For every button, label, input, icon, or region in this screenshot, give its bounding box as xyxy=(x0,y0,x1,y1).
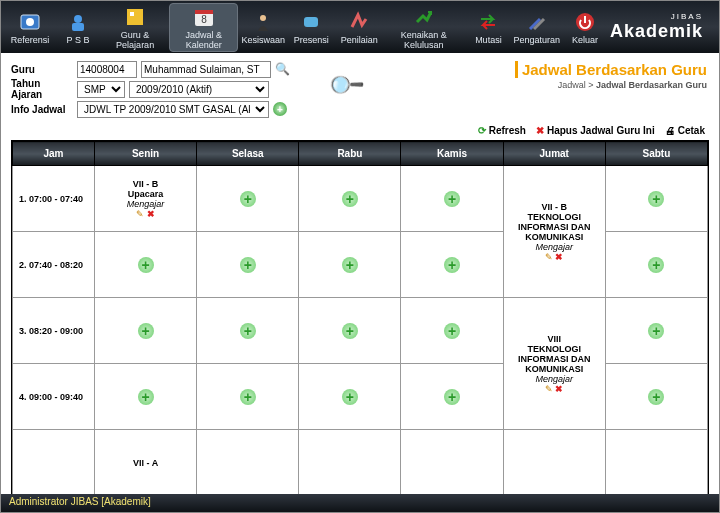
schedule-cell: + xyxy=(299,364,401,430)
schedule-cell: + xyxy=(605,232,707,298)
add-icon[interactable]: + xyxy=(138,323,154,339)
add-icon[interactable]: + xyxy=(342,389,358,405)
svg-rect-3 xyxy=(72,23,84,31)
schedule-cell xyxy=(299,430,401,496)
nav-keluar[interactable]: Keluar xyxy=(562,8,608,47)
input-guru-id[interactable] xyxy=(77,61,137,78)
input-guru-name[interactable] xyxy=(141,61,271,78)
edit-icon[interactable]: ✎ xyxy=(545,252,553,262)
schedule-cell: + xyxy=(605,166,707,232)
add-icon[interactable]: + xyxy=(240,257,256,273)
schedule-cell: + xyxy=(299,298,401,364)
nav-guru-pelajaran[interactable]: Guru & Pelajaran xyxy=(103,3,167,52)
select-year[interactable]: 2009/2010 (Aktif) xyxy=(129,81,269,98)
schedule-cell: + xyxy=(401,364,503,430)
add-icon[interactable]: + xyxy=(444,257,460,273)
table-row: 3. 08:20 - 09:00++++VIIITEKNOLOGI INFORM… xyxy=(13,298,708,364)
filter-panel: Guru 🔍 Tahun Ajaran SMP 2009/2010 (Aktif… xyxy=(1,53,719,123)
breadcrumb: Jadwal > Jadwal Berdasarkan Guru xyxy=(515,80,707,90)
svg-rect-12 xyxy=(584,16,586,23)
status-bar: Administrator JIBAS [Akademik] xyxy=(1,494,719,512)
time-cell: 1. 07:00 - 07:40 xyxy=(13,166,95,232)
add-icon[interactable]: + xyxy=(444,191,460,207)
add-icon[interactable]: + xyxy=(138,389,154,405)
schedule-cell: + xyxy=(605,298,707,364)
label-tahun: Tahun Ajaran xyxy=(11,78,73,100)
nav-kenaikan-kelulusan[interactable]: Kenaikan & Kelulusan xyxy=(384,3,463,52)
nav-pengaturan[interactable]: Pengaturan xyxy=(513,8,560,47)
nav-referensi[interactable]: Referensi xyxy=(7,8,53,47)
schedule-cell: + xyxy=(401,232,503,298)
label-info: Info Jadwal xyxy=(11,104,73,115)
schedule-cell: + xyxy=(401,166,503,232)
edit-icon[interactable]: ✎ xyxy=(545,384,553,394)
schedule-cell xyxy=(503,430,605,496)
svg-point-9 xyxy=(260,15,266,21)
label-guru: Guru xyxy=(11,64,73,75)
schedule-cell: + xyxy=(299,166,401,232)
delete-icon[interactable]: ✖ xyxy=(555,384,563,394)
schedule-cell: + xyxy=(95,232,197,298)
col-header: Jumat xyxy=(503,142,605,166)
delete-icon[interactable]: ✖ xyxy=(555,252,563,262)
brand-logo: JIBAS Akademik xyxy=(610,12,713,42)
col-header: Jam xyxy=(13,142,95,166)
table-row: 1. 07:00 - 07:40VII - BUpacaraMengajar✎ … xyxy=(13,166,708,232)
nav-kesiswaan[interactable]: Kesiswaan xyxy=(240,8,286,47)
print-icon: 🖨 xyxy=(665,125,675,136)
schedule-cell xyxy=(605,430,707,496)
col-header: Rabu xyxy=(299,142,401,166)
edit-icon[interactable]: ✎ xyxy=(136,209,144,219)
refresh-button[interactable]: ⟳Refresh xyxy=(478,125,526,136)
schedule-cell: + xyxy=(605,364,707,430)
add-info-icon[interactable]: + xyxy=(273,102,287,116)
delete-icon: ✖ xyxy=(536,125,544,136)
action-bar: ⟳Refresh ✖Hapus Jadwal Guru Ini 🖨Cetak xyxy=(1,123,719,140)
nav-mutasi[interactable]: Mutasi xyxy=(465,8,511,47)
schedule-cell: + xyxy=(197,232,299,298)
nav-presensi[interactable]: Presensi xyxy=(288,8,334,47)
schedule-cell: VII - BTEKNOLOGI INFORMASI DAN KOMUNIKAS… xyxy=(503,166,605,298)
add-icon[interactable]: + xyxy=(648,389,664,405)
svg-point-1 xyxy=(26,18,34,26)
add-icon[interactable]: + xyxy=(240,323,256,339)
col-header: Kamis xyxy=(401,142,503,166)
time-cell: 2. 07:40 - 08:20 xyxy=(13,232,95,298)
schedule-cell: VII - BUpacaraMengajar✎ ✖ xyxy=(95,166,197,232)
add-icon[interactable]: + xyxy=(342,257,358,273)
nav-penilaian[interactable]: Penilaian xyxy=(336,8,382,47)
add-icon[interactable]: + xyxy=(138,257,154,273)
select-info-jadwal[interactable]: JDWL TP 2009/2010 SMT GASAL (Aktif) xyxy=(77,101,269,118)
add-icon[interactable]: + xyxy=(240,389,256,405)
col-header: Senin xyxy=(95,142,197,166)
add-icon[interactable]: + xyxy=(342,323,358,339)
add-icon[interactable]: + xyxy=(648,323,664,339)
schedule-cell: + xyxy=(299,232,401,298)
svg-rect-10 xyxy=(304,17,318,27)
time-cell: 3. 08:20 - 09:00 xyxy=(13,298,95,364)
svg-text:8: 8 xyxy=(201,14,207,25)
select-level[interactable]: SMP xyxy=(77,81,125,98)
add-icon[interactable]: + xyxy=(444,323,460,339)
time-cell xyxy=(13,430,95,496)
col-header: Sabtu xyxy=(605,142,707,166)
delete-icon[interactable]: ✖ xyxy=(147,209,155,219)
schedule-cell xyxy=(197,430,299,496)
schedule-cell xyxy=(401,430,503,496)
add-icon[interactable]: + xyxy=(648,191,664,207)
nav-jadwal-kalender[interactable]: 8Jadwal & Kalender xyxy=(169,3,238,52)
svg-rect-4 xyxy=(127,9,143,25)
delete-schedule-button[interactable]: ✖Hapus Jadwal Guru Ini xyxy=(536,125,655,136)
add-icon[interactable]: + xyxy=(444,389,460,405)
add-icon[interactable]: + xyxy=(240,191,256,207)
add-icon[interactable]: + xyxy=(648,257,664,273)
print-button[interactable]: 🖨Cetak xyxy=(665,125,705,136)
schedule-cell: VII - A xyxy=(95,430,197,496)
schedule-cell: + xyxy=(95,364,197,430)
svg-rect-5 xyxy=(130,12,134,16)
add-icon[interactable]: + xyxy=(342,191,358,207)
nav-psb[interactable]: P S B xyxy=(55,8,101,47)
search-guru-icon[interactable]: 🔍 xyxy=(275,62,290,76)
schedule-cell: + xyxy=(197,298,299,364)
col-header: Selasa xyxy=(197,142,299,166)
